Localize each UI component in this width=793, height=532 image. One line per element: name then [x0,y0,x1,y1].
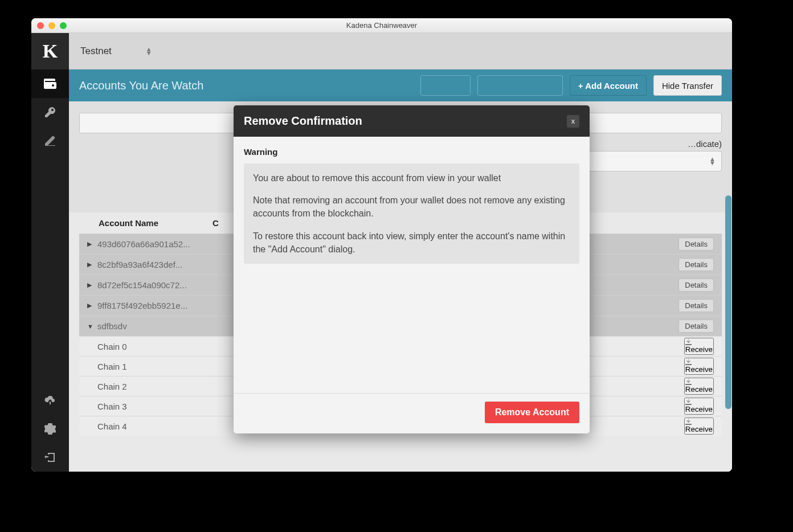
account-name: 8c2bf9a93a6f423def... [97,260,211,269]
caret-right-icon: ▶ [87,240,97,248]
sidebar-item-keys[interactable] [31,98,69,126]
details-button[interactable]: Details [678,320,714,333]
chevron-sort-icon: ▲▼ [709,157,716,165]
sidebar-item-logout[interactable] [31,443,69,472]
receive-button[interactable]: Receive [684,378,714,395]
account-name: 493d6076a66a901a52... [97,239,211,249]
account-name: sdfbsdv [97,321,211,331]
header-button-2[interactable] [477,75,563,96]
page-title: Accounts You Are Watch [79,79,414,92]
logout-icon [44,452,56,463]
caret-right-icon: ▶ [87,281,97,289]
receive-button[interactable]: Receive [684,418,714,435]
form-input-2[interactable] [574,113,722,133]
details-button[interactable]: Details [678,258,714,271]
cloud-icon [44,395,56,406]
hide-transfer-button[interactable]: Hide Transfer [653,75,722,96]
scrollbar-thumb[interactable] [725,195,731,409]
warning-box: You are about to remove this account fro… [244,163,579,264]
sidebar-item-wallet[interactable] [31,69,69,98]
sidebar-item-contracts[interactable] [31,126,69,155]
sidebar-item-settings[interactable] [31,415,69,443]
caret-down-icon: ▼ [87,323,97,330]
download-icon [685,339,692,345]
header-button-1[interactable] [420,75,471,96]
col-account-name: Account Name [99,218,212,228]
close-icon: x [571,117,575,125]
receive-button[interactable]: Receive [684,358,714,375]
account-name: 9ff8175f492ebb5921e... [97,301,211,310]
warning-text-3: To restore this account back into view, … [253,230,570,256]
modal-footer: Remove Account [234,393,590,433]
caret-right-icon: ▶ [87,302,97,309]
predicate-label: …dicate) [688,139,722,149]
add-account-button[interactable]: + Add Account [570,75,647,96]
predicate-select[interactable]: ▲▼ [574,151,722,171]
receive-button[interactable]: Receive [684,338,714,355]
remove-account-button[interactable]: Remove Account [485,402,579,423]
sidebar-item-network[interactable] [31,386,69,415]
download-icon [685,379,692,385]
remove-confirmation-modal: Remove Confirmation x Warning You are ab… [234,105,590,433]
gear-icon [44,423,56,435]
titlebar: Kadena Chainweaver [31,18,732,33]
details-button[interactable]: Details [678,238,714,251]
wallet-icon [44,79,56,89]
warning-label: Warning [244,147,579,157]
warning-text-1: You are about to remove this account fro… [253,171,570,185]
modal-close-button[interactable]: x [567,115,579,128]
caret-right-icon: ▶ [87,261,97,268]
warning-text-2: Note that removing an account from your … [253,194,570,220]
pencil-icon [45,136,55,146]
details-button[interactable]: Details [678,299,714,312]
details-button[interactable]: Details [678,279,714,292]
modal-body: Warning You are about to remove this acc… [234,137,590,393]
window-title: Kadena Chainweaver [31,21,732,30]
download-icon [685,419,692,425]
modal-title: Remove Confirmation [244,114,567,128]
app-logo: K [31,33,69,69]
account-name: 8d72ef5c154a090c72... [97,280,211,290]
key-icon [45,107,55,117]
scrollbar[interactable] [724,195,732,412]
download-icon [685,399,692,405]
network-label: Testnet [80,46,112,57]
download-icon [685,359,692,365]
receive-button[interactable]: Receive [684,398,714,415]
network-selector[interactable]: Testnet ▲▼ [80,46,152,57]
topbar: Testnet ▲▼ [69,33,732,69]
page-header: Accounts You Are Watch + Add Account Hid… [69,69,732,101]
app-window: Kadena Chainweaver K [31,18,732,472]
sidebar: K [31,33,69,472]
chevron-sort-icon: ▲▼ [146,47,152,55]
modal-header: Remove Confirmation x [234,105,590,137]
